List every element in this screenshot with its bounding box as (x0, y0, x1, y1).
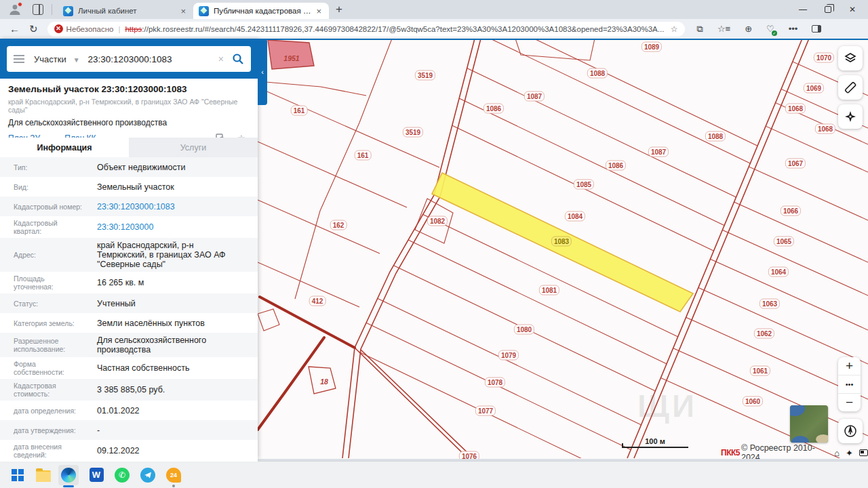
display-icon[interactable] (859, 449, 868, 456)
parcel-label-1061[interactable]: 1061 (750, 366, 770, 376)
map-canvas[interactable]: ЩИ + ••• − (258, 39, 868, 459)
parcel-label-161[interactable]: 161 (291, 106, 308, 116)
parcel-label-1079[interactable]: 1079 (498, 350, 519, 361)
split-screen-icon[interactable]: ⧉ (697, 24, 703, 35)
chevron-down-icon[interactable]: ▼ (73, 56, 80, 64)
parcel-label-1068[interactable]: 1068 (785, 104, 806, 114)
tab-information[interactable]: Информация (0, 138, 129, 157)
parcel-label-18[interactable]: 18 (320, 378, 328, 386)
telegram-taskbar-button[interactable] (140, 467, 156, 483)
parcel-label-1068[interactable]: 1068 (815, 124, 835, 134)
favorites-list-icon[interactable]: ☆≡ (717, 24, 730, 34)
parcel-label-1062[interactable]: 1062 (754, 329, 774, 339)
parcel-label-1065[interactable]: 1065 (774, 237, 794, 247)
parcel-label-1088[interactable]: 1088 (587, 68, 608, 79)
parcel-label-3519[interactable]: 3519 (403, 127, 423, 138)
parcel-label-1080[interactable]: 1080 (514, 325, 534, 335)
search-icon[interactable] (232, 53, 244, 65)
zoom-out-button[interactable]: − (838, 394, 861, 411)
parcel-label-1070[interactable]: 1070 (814, 53, 834, 63)
whatsapp-taskbar-button[interactable]: ✆ (114, 467, 130, 483)
edge-icon (61, 468, 76, 483)
collections-icon[interactable]: ⊕ (745, 24, 752, 34)
search-input[interactable] (88, 54, 218, 64)
parcel-label-1077[interactable]: 1077 (475, 406, 496, 416)
restore-button[interactable] (825, 6, 831, 13)
parcel-label-1067[interactable]: 1067 (785, 159, 806, 169)
parcel-label-162[interactable]: 162 (330, 220, 347, 230)
info-row-value[interactable]: 23:30:1203000:1083 (83, 202, 244, 211)
info-row-label: дата определения: (0, 407, 83, 415)
info-row-label: Адрес: (0, 251, 83, 259)
clear-search-icon[interactable]: × (218, 54, 224, 64)
parcel-label-1086[interactable]: 1086 (484, 104, 504, 114)
layers-button[interactable] (838, 46, 863, 70)
info-row: Форма собственности:Частная собственност… (0, 357, 258, 379)
parcel-label-1087[interactable]: 1087 (524, 92, 545, 102)
layers-icon (844, 52, 857, 65)
parcel-label-1081[interactable]: 1081 (539, 285, 559, 296)
parcel-label-1060[interactable]: 1060 (743, 396, 763, 407)
home-icon[interactable]: ⌂ (834, 448, 840, 458)
browser-essentials-icon[interactable]: ♡✓ (766, 24, 774, 34)
minimize-button[interactable]: — (799, 5, 807, 14)
search-result-card: Земельный участок 23:30:1203000:1083 кра… (0, 79, 258, 138)
coordinates-button[interactable] (838, 104, 863, 129)
word-taskbar-button[interactable]: W (88, 467, 104, 483)
info-row-label: Кадастровый номер: (0, 203, 83, 211)
tab-actions-icon[interactable] (33, 4, 43, 15)
tab-services[interactable]: Услуги (129, 138, 258, 157)
parcel-label-1084[interactable]: 1084 (565, 211, 585, 222)
new-tab-button[interactable]: + (336, 3, 342, 16)
parcel-label-1089[interactable]: 1089 (642, 42, 662, 52)
search-category-select[interactable]: Участки (34, 54, 66, 64)
tab-personal-cabinet[interactable]: Личный кабинет × (58, 3, 193, 19)
parcel-label-1083[interactable]: 1083 (551, 237, 572, 247)
parcel-label-1086[interactable]: 1086 (606, 161, 626, 171)
edge-taskbar-button[interactable] (58, 465, 79, 485)
back-button[interactable]: ← (9, 23, 20, 35)
parcel-label-161[interactable]: 161 (355, 150, 372, 161)
parcel-label-1069[interactable]: 1069 (804, 83, 824, 94)
info-row-label: Кадастровый квартал: (0, 219, 83, 235)
parcel-label-1076[interactable]: 1076 (459, 451, 479, 460)
sidebar-panel-icon[interactable] (812, 25, 821, 33)
compass-icon (843, 424, 858, 439)
tab-close-icon[interactable]: × (178, 6, 188, 16)
position-icon[interactable]: ✦ (846, 448, 853, 458)
menu-icon[interactable] (14, 55, 24, 63)
close-button[interactable]: ✕ (849, 5, 856, 14)
parcel-label-1088[interactable]: 1088 (705, 131, 726, 142)
parcel-label-1085[interactable]: 1085 (574, 180, 594, 190)
rosreestr-favicon (199, 6, 209, 16)
tab-close-icon[interactable]: × (314, 6, 323, 16)
bitrix24-taskbar-button[interactable]: 24 (165, 467, 182, 483)
parcel-label-1064[interactable]: 1064 (768, 267, 789, 277)
parcel-label-1066[interactable]: 1066 (781, 206, 801, 216)
browser-tabstrip: Личный кабинет × Публичная кадастровая к… (0, 0, 868, 19)
address-bar[interactable]: ✕ Небезопасно | https ://pkk.rosreestr.r… (47, 22, 685, 37)
measure-button[interactable] (838, 75, 863, 100)
refresh-button[interactable]: ↻ (29, 23, 38, 35)
start-button[interactable] (9, 467, 26, 483)
tab-cadastral-map[interactable]: Публичная кадастровая карта × (193, 3, 329, 19)
parcel-label-1078[interactable]: 1078 (485, 378, 505, 388)
browser-profile-icon[interactable] (8, 3, 22, 16)
file-explorer-button[interactable] (35, 467, 52, 483)
sidebar-collapse-button[interactable]: ‹ (258, 39, 267, 105)
my-location-button[interactable] (838, 419, 863, 443)
minimap-thumbnail[interactable] (790, 405, 828, 443)
favorite-star-icon[interactable]: ☆ (671, 24, 678, 34)
info-row: Кадастровая стоимость:3 385 885,05 руб. (0, 379, 258, 401)
parcel-label-1063[interactable]: 1063 (760, 299, 780, 309)
parcel-label-1087[interactable]: 1087 (648, 147, 669, 157)
zoom-options-button[interactable]: ••• (838, 375, 861, 393)
parcel-label-1951[interactable]: 1951 (283, 54, 299, 63)
parcel-label-1082[interactable]: 1082 (427, 216, 448, 226)
parcel-label-3519[interactable]: 3519 (415, 70, 435, 81)
more-menu-icon[interactable]: ••• (789, 24, 798, 34)
parcel-label-412[interactable]: 412 (309, 296, 326, 306)
info-row-value[interactable]: 23:30:1203000 (83, 222, 244, 232)
info-row-label: Категория земель: (0, 319, 83, 327)
zoom-in-button[interactable]: + (838, 357, 861, 375)
